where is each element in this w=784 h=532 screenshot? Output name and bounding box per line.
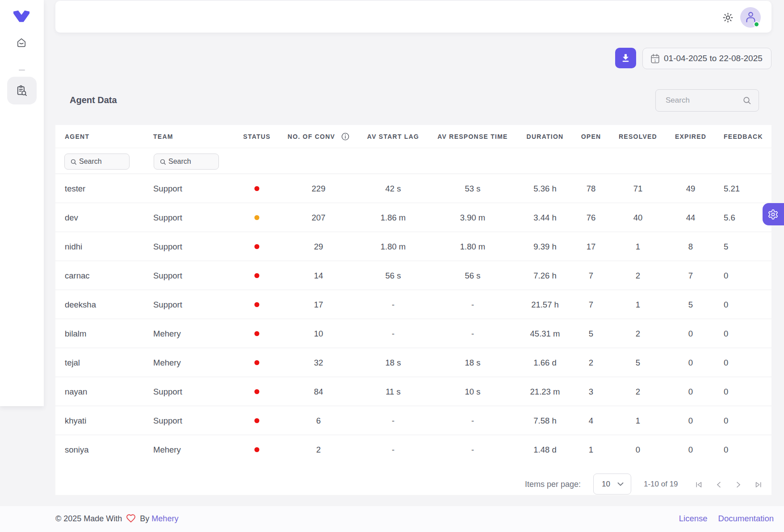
svg-text:1: 1 [654, 58, 656, 63]
